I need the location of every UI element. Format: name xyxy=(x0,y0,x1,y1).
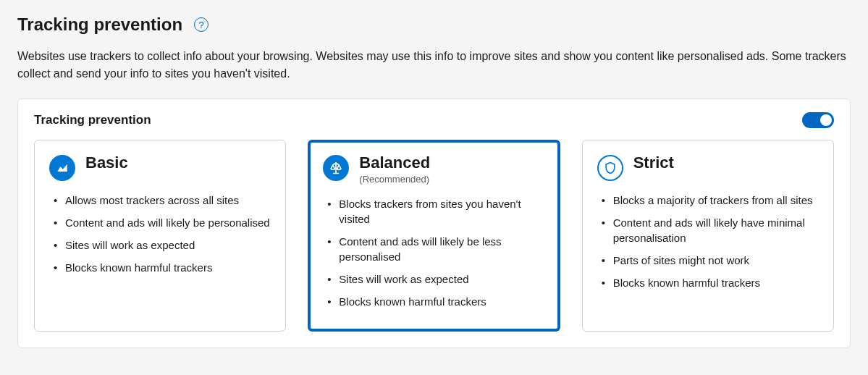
list-item: Blocks known harmful trackers xyxy=(49,260,271,275)
tracking-options: Basic Allows most trackers across all si… xyxy=(34,140,834,332)
option-header: Balanced (Recommended) xyxy=(323,153,544,185)
option-title-block: Strict xyxy=(633,153,674,172)
option-basic[interactable]: Basic Allows most trackers across all si… xyxy=(34,140,286,332)
tracking-toggle[interactable] xyxy=(802,112,834,128)
list-item: Blocks known harmful trackers xyxy=(323,294,544,309)
list-item: Blocks trackers from sites you haven't v… xyxy=(323,196,544,227)
option-title-block: Basic xyxy=(85,153,128,172)
option-header: Basic xyxy=(49,153,271,181)
list-item: Content and ads will likely be less pers… xyxy=(323,234,544,264)
option-header: Strict xyxy=(597,153,819,181)
option-title-block: Balanced (Recommended) xyxy=(359,153,430,185)
list-item: Parts of sites might not work xyxy=(597,253,819,268)
list-item: Sites will work as expected xyxy=(323,271,544,287)
card-title: Tracking prevention xyxy=(34,113,151,127)
shield-icon xyxy=(597,155,623,181)
tracking-prevention-card: Tracking prevention Basic Allows most tr… xyxy=(17,98,851,348)
list-item: Blocks a majority of trackers from all s… xyxy=(597,193,819,208)
page-header: Tracking prevention ? xyxy=(17,14,851,35)
option-title: Strict xyxy=(633,153,674,172)
page-description: Websites use trackers to collect info ab… xyxy=(17,48,851,83)
card-header: Tracking prevention xyxy=(34,112,834,128)
list-item: Sites will work as expected xyxy=(49,237,271,253)
basic-icon xyxy=(49,155,75,181)
list-item: Blocks known harmful trackers xyxy=(597,275,819,290)
option-bullets: Allows most trackers across all sites Co… xyxy=(49,193,271,275)
balance-scale-icon xyxy=(323,155,349,181)
option-title: Basic xyxy=(85,153,128,172)
list-item: Content and ads will likely have minimal… xyxy=(597,215,819,245)
option-strict[interactable]: Strict Blocks a majority of trackers fro… xyxy=(582,140,834,332)
page-title: Tracking prevention xyxy=(17,14,182,35)
option-balanced[interactable]: Balanced (Recommended) Blocks trackers f… xyxy=(308,140,560,332)
option-title: Balanced xyxy=(359,153,430,172)
help-icon[interactable]: ? xyxy=(194,17,208,32)
list-item: Allows most trackers across all sites xyxy=(49,193,271,208)
option-bullets: Blocks a majority of trackers from all s… xyxy=(597,193,819,290)
list-item: Content and ads will likely be personali… xyxy=(49,215,271,230)
option-bullets: Blocks trackers from sites you haven't v… xyxy=(323,196,544,309)
option-subtitle: (Recommended) xyxy=(359,174,430,185)
